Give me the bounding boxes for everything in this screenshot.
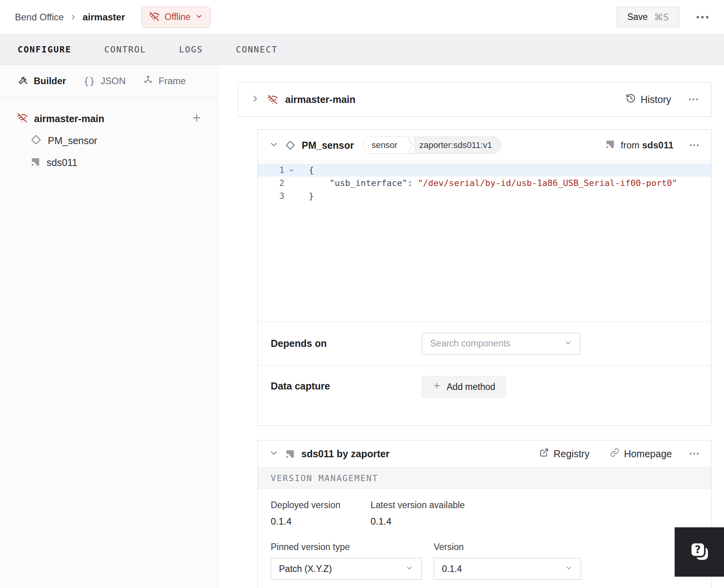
data-capture-label: Data capture <box>271 381 422 392</box>
deployed-version-value: 0.1.4 <box>271 516 371 527</box>
mode-builder[interactable]: Builder <box>18 75 66 87</box>
version-select[interactable]: 0.1.4 <box>434 558 581 580</box>
ellipsis-icon <box>689 452 699 455</box>
component-title: PM_sensor <box>302 140 354 151</box>
mode-frame[interactable]: Frame <box>143 75 186 87</box>
app-window: Bend Office airmaster Offline Save ⌘S <box>0 0 724 588</box>
ellipsis-icon <box>696 15 709 19</box>
add-method-button[interactable]: Add method <box>422 376 506 398</box>
svg-text:?: ? <box>695 544 700 556</box>
chevron-down-icon <box>565 564 573 574</box>
tree-module-label: sds011 <box>47 157 78 168</box>
mode-json[interactable]: {} JSON <box>83 76 126 87</box>
history-button[interactable]: History <box>626 93 671 106</box>
tab-configure[interactable]: CONFIGURE <box>18 45 71 54</box>
pinned-version-type-select[interactable]: Patch (X.Y.Z) <box>271 558 422 580</box>
registry-label: Registry <box>554 448 590 460</box>
braces-icon: {} <box>83 76 95 87</box>
status-label: Offline <box>165 12 190 22</box>
code-line[interactable]: 3 } <box>258 189 711 202</box>
latest-version-label: Latest version available <box>371 500 465 510</box>
add-resource-button[interactable] <box>191 112 202 125</box>
code-text: { <box>309 165 314 175</box>
from-module-name: sds011 <box>642 140 673 150</box>
component-menu-button[interactable] <box>689 144 699 147</box>
badge-separator-chevron <box>406 137 414 153</box>
depends-on-label: Depends on <box>271 338 422 349</box>
component-card-header: PM_sensor sensor zaporter:sds011:v1 <box>258 130 711 161</box>
line-number: 1 <box>258 165 284 175</box>
tab-control[interactable]: CONTROL <box>104 45 146 54</box>
from-label: from <box>621 140 639 150</box>
tab-logs[interactable]: LOGS <box>179 45 203 54</box>
app-header: Bend Office airmaster Offline Save ⌘S <box>0 0 724 34</box>
module-menu-button[interactable] <box>689 452 699 455</box>
depends-on-select[interactable]: Search components <box>422 333 580 355</box>
tools-icon <box>18 75 28 87</box>
module-card: sds011 by zaporter Registry <box>257 440 711 588</box>
history-label: History <box>641 94 671 105</box>
chevron-down-icon <box>195 13 203 22</box>
wifi-off-icon <box>149 11 160 23</box>
help-icon: ? <box>687 539 712 565</box>
resource-tree: airmaster-main PM_sensor sds011 <box>0 97 218 173</box>
ellipsis-icon <box>689 144 699 147</box>
help-button[interactable]: ? <box>675 527 724 577</box>
save-button[interactable]: Save ⌘S <box>617 7 679 27</box>
breadcrumb-parent-link[interactable]: Bend Office <box>15 12 64 23</box>
content-area: Builder {} JSON Frame <box>0 65 724 588</box>
config-sidebar: Builder {} JSON Frame <box>0 65 218 588</box>
tab-connect[interactable]: CONNECT <box>236 45 278 54</box>
data-capture-section: Data capture Add method <box>258 365 711 426</box>
attributes-code-editor[interactable]: 1 { 2 "usb_interface": "/dev/serial/by-i… <box>258 161 711 321</box>
line-number: 2 <box>258 178 284 188</box>
line-number: 3 <box>258 191 284 201</box>
wifi-off-icon <box>17 112 28 125</box>
homepage-link[interactable]: Homepage <box>610 448 672 460</box>
registry-link[interactable]: Registry <box>539 448 590 460</box>
component-diamond-icon <box>31 134 42 147</box>
breadcrumb-current: airmaster <box>83 12 125 23</box>
tree-component-label: PM_sensor <box>48 135 97 146</box>
component-card: PM_sensor sensor zaporter:sds011:v1 <box>257 129 711 426</box>
module-links: Registry Homepage <box>539 448 672 460</box>
tree-root-label: airmaster-main <box>34 113 104 124</box>
tree-item-module[interactable]: sds011 <box>0 152 218 173</box>
chevron-down-icon <box>564 339 572 348</box>
header-actions: Save ⌘S <box>617 7 709 27</box>
main-tab-bar: CONFIGURE CONTROL LOGS CONNECT <box>0 34 724 65</box>
code-fold-chevron-icon[interactable] <box>284 168 299 173</box>
tree-item-component[interactable]: PM_sensor <box>0 130 218 152</box>
history-clock-icon <box>626 93 636 106</box>
component-from-module: from sds011 <box>605 139 673 152</box>
wifi-off-icon <box>267 94 278 105</box>
machine-status-dropdown[interactable]: Offline <box>141 7 210 28</box>
code-line[interactable]: 1 { <box>258 164 711 177</box>
mode-json-label: JSON <box>101 76 126 87</box>
collapse-chevron-down-icon[interactable] <box>270 140 278 150</box>
plus-icon <box>433 381 441 392</box>
component-type-model-badge: sensor zaporter:sds011:v1 <box>362 137 501 154</box>
latest-version-value: 0.1.4 <box>371 516 465 527</box>
machine-part-menu-button[interactable] <box>688 98 699 101</box>
collapse-chevron-down-icon[interactable] <box>270 449 278 459</box>
version-value: 0.1.4 <box>442 564 565 574</box>
external-link-icon <box>539 448 549 460</box>
expand-chevron-right-icon[interactable] <box>251 94 259 105</box>
module-title: sds011 by zaporter <box>301 448 389 460</box>
view-mode-switcher: Builder {} JSON Frame <box>0 65 218 97</box>
module-icon <box>31 157 40 168</box>
ellipsis-icon <box>688 98 699 101</box>
module-icon <box>605 139 615 152</box>
machine-part-card: airmaster-main History <box>238 82 711 117</box>
mode-frame-label: Frame <box>159 76 186 87</box>
header-overflow-menu-button[interactable] <box>696 15 709 19</box>
mode-builder-label: Builder <box>34 76 66 87</box>
save-shortcut: ⌘S <box>654 12 669 22</box>
code-string-value: "/dev/serial/by-id/usb-1a86_USB_Serial-i… <box>418 178 677 188</box>
module-card-header: sds011 by zaporter Registry <box>258 440 711 467</box>
tree-item-machine-part[interactable]: airmaster-main <box>0 108 218 130</box>
code-line[interactable]: 2 "usb_interface": "/dev/serial/by-id/us… <box>258 177 711 189</box>
chevron-right-icon <box>69 13 77 21</box>
module-icon <box>285 449 295 459</box>
